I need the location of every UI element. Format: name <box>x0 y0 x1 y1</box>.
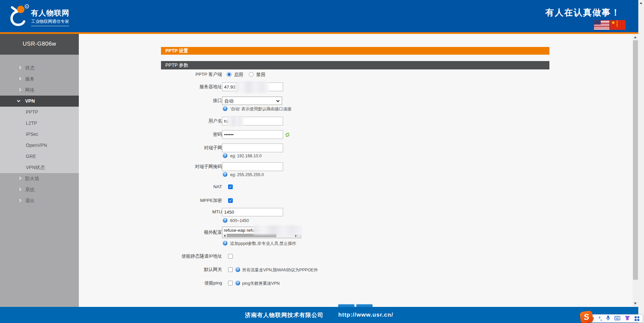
redacted-area <box>227 117 244 126</box>
enable-ping-label: 使能ping <box>127 280 222 286</box>
chevron-right-icon <box>18 88 21 92</box>
header-tagline: 有人在认真做事！ <box>545 7 621 18</box>
pptp-settings-page: R 有人物联网 工业物联网通信专家 有人在认真做事！ ★ ★ ★★ ★ USR-… <box>0 0 644 323</box>
scrollbar-thumb[interactable] <box>633 40 638 280</box>
sidebar-item-system[interactable]: 系统 <box>0 184 79 195</box>
device-model-title: USR-G806w <box>0 34 79 55</box>
default-gateway-label: 默认网关 <box>127 267 222 272</box>
scroll-up-icon[interactable] <box>634 36 637 38</box>
disable-radio-label: 禁用 <box>256 72 265 77</box>
nat-checkbox[interactable] <box>228 184 233 189</box>
scroll-down-icon[interactable] <box>634 303 637 305</box>
mppe-label: MPPE加密 <box>127 198 222 203</box>
static-tunnel-ip-label: 使能静态隧道IP地址 <box>127 254 222 259</box>
help-icon: ? <box>223 241 227 246</box>
disable-radio[interactable] <box>249 72 254 77</box>
window-scrollbar[interactable] <box>638 0 644 323</box>
vpn-submenu: PPTP L2TP IPSec OpenVPN GRE VPN状态 <box>0 107 79 173</box>
server-address-label: 服务器地址 <box>127 84 222 90</box>
sidebar-item-ipsec[interactable]: IPSec <box>0 129 79 140</box>
brand-name: 有人物联网 <box>31 8 69 18</box>
interface-select[interactable]: 自动 <box>222 97 282 105</box>
enable-radio-label: 启用 <box>234 72 243 77</box>
peer-netmask-hint: eg: 255.255.255.0 <box>230 172 264 177</box>
cn-flag-star: ★ <box>611 20 615 25</box>
footer-company: 济南有人物联网技术有限公司 <box>245 311 324 319</box>
scroll-left-icon[interactable] <box>224 234 225 237</box>
footer: 济南有人物联网技术有限公司 http://www.usr.cn/ <box>0 307 638 323</box>
scroll-up-icon[interactable] <box>640 2 642 4</box>
content-scrollbar[interactable] <box>633 34 638 307</box>
sidebar-item-network[interactable]: 网络 <box>0 85 79 96</box>
mppe-checkbox[interactable] <box>228 198 233 203</box>
peer-subnet-input[interactable] <box>222 144 283 152</box>
pptp-client-label: PPTP 客户端 <box>127 72 222 77</box>
peer-subnet-label: 对端子网 <box>127 145 222 151</box>
ime-punctuation-button[interactable]: °, <box>599 316 602 321</box>
help-icon: ? <box>223 172 227 177</box>
help-icon: ? <box>223 106 227 111</box>
sidebar-item-status[interactable]: 状态 <box>0 62 79 73</box>
sidebar-menu: 状态 服务 网络 VPN PPTP L2TP IPSec OpenVPN <box>0 55 79 307</box>
interface-label: 接口 <box>127 98 222 103</box>
nat-label: NAT <box>127 184 222 190</box>
sidebar-item-l2tp[interactable]: L2TP <box>0 118 79 129</box>
help-icon: ? <box>235 267 240 272</box>
chevron-right-icon <box>18 66 21 69</box>
help-icon: ? <box>235 281 240 285</box>
sidebar-item-openvpn[interactable]: OpenVPN <box>0 140 79 151</box>
sidebar-item-gre[interactable]: GRE <box>0 151 79 162</box>
mtu-hint: 600~1450 <box>230 218 249 223</box>
default-gateway-checkbox[interactable] <box>228 267 233 272</box>
enable-ping-checkbox[interactable] <box>228 281 233 285</box>
help-icon: ? <box>223 153 227 158</box>
sidebar-item-vpn[interactable]: VPN <box>0 96 79 107</box>
mtu-input[interactable] <box>222 208 283 216</box>
peer-netmask-label: 对端子网掩码 <box>127 164 222 169</box>
sidebar-item-logout[interactable]: 退出 <box>0 195 79 206</box>
sidebar-item-vpn-status[interactable]: VPN状态 <box>0 162 79 173</box>
skin-shirt-icon[interactable] <box>625 315 630 322</box>
chevron-right-icon <box>18 77 21 80</box>
peer-subnet-hint: eg: 192.168.10.0 <box>230 153 262 159</box>
redacted-area <box>235 82 269 93</box>
peer-netmask-input[interactable] <box>222 162 283 171</box>
help-icon: ? <box>223 218 227 223</box>
enable-ping-hint: ping失败将重连VPN <box>242 281 280 286</box>
toolbox-grid-icon[interactable] <box>635 316 639 321</box>
microphone-icon[interactable] <box>606 315 610 322</box>
enable-radio[interactable] <box>227 72 231 77</box>
sidebar-item-pptp[interactable]: PPTP <box>0 107 79 118</box>
select-chevron-icon <box>276 99 280 102</box>
password-label: 密码 <box>127 132 222 137</box>
extra-config-label: 额外配置 <box>127 230 222 235</box>
chevron-right-icon <box>18 177 21 180</box>
sidebar-item-services[interactable]: 服务 <box>0 73 79 85</box>
keyboard-icon[interactable] <box>614 316 620 322</box>
orange-accent-strip <box>0 32 638 34</box>
scroll-right-icon[interactable] <box>295 234 297 237</box>
password-input[interactable] <box>222 130 283 139</box>
chinese-flag-button[interactable]: ★ ★ ★★ ★ <box>610 20 626 30</box>
refresh-password-icon[interactable] <box>285 132 290 138</box>
svg-text:R: R <box>26 5 28 8</box>
english-flag-button[interactable] <box>594 20 609 30</box>
cn-flag-small-stars: ★ ★★ ★ <box>616 20 620 27</box>
sidebar-item-firewall[interactable]: 防火墙 <box>0 173 79 184</box>
redacted-area <box>253 225 303 235</box>
page-title: PPTP 设置 <box>161 47 549 55</box>
default-gateway-hint: 所有流量走VPN,除WAN协议为PPPOE外 <box>242 267 318 273</box>
header: R 有人物联网 工业物联网通信专家 有人在认真做事！ ★ ★ ★★ ★ <box>0 0 638 32</box>
chevron-right-icon <box>18 199 21 202</box>
sogou-ime-logo[interactable]: S <box>580 311 594 323</box>
mtu-label: MTU <box>127 209 222 215</box>
usr-logo-icon: R <box>7 4 30 28</box>
section-title: PPTP 参数 <box>161 61 549 69</box>
extra-config-hint: 追加pppd参数,非专业人员,禁止操作 <box>230 241 296 246</box>
username-label: 用户名 <box>127 118 222 124</box>
interface-hint: '自动' 表示使用默认路由接口连接 <box>230 106 291 112</box>
brand-slogan: 工业物联网通信专家 <box>31 19 69 26</box>
static-tunnel-ip-checkbox[interactable] <box>228 254 233 259</box>
chevron-down-icon <box>17 99 20 102</box>
footer-url[interactable]: http://www.usr.cn/ <box>338 312 393 318</box>
